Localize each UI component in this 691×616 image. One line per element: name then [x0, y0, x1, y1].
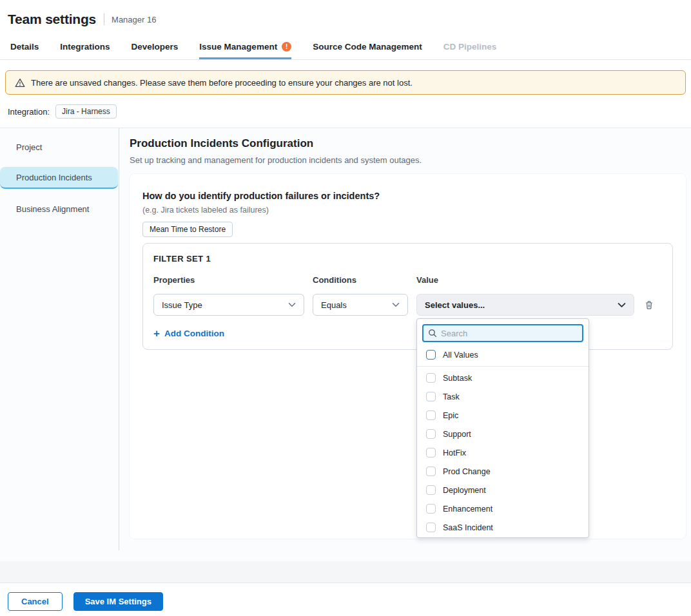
dropdown-option[interactable]: Task	[422, 387, 583, 406]
value-cell: Select values...	[416, 294, 634, 316]
option-label: Prod Change	[443, 467, 491, 476]
trash-icon	[644, 300, 654, 311]
alert-badge-icon: !	[282, 42, 291, 52]
incidents-config-card: How do you identify production failures …	[130, 174, 686, 539]
banner-text: There are unsaved changes. Please save t…	[31, 78, 413, 88]
section-title: Production Incidents Configuration	[130, 137, 686, 150]
team-name-label: Manager 16	[112, 15, 156, 24]
filter-column-headers: Properties Conditions Value	[153, 275, 662, 285]
sidebar-item-production-incidents[interactable]: Production Incidents	[0, 167, 118, 189]
column-label-conditions: Conditions	[313, 275, 408, 285]
column-label-value: Value	[416, 275, 634, 285]
value-select-placeholder: Select values...	[425, 300, 485, 310]
tab-source-code-management-label: Source Code Management	[313, 42, 422, 52]
integration-chip[interactable]: Jira - Harness	[55, 104, 117, 119]
option-all-values[interactable]: All Values	[422, 345, 583, 365]
team-settings-page: Team settings Manager 16 Details Integra…	[0, 0, 691, 616]
tab-issue-management[interactable]: Issue Management !	[199, 36, 291, 59]
chevron-down-icon	[392, 302, 400, 307]
dropdown-option[interactable]: HotFix	[422, 443, 583, 462]
option-label: HotFix	[443, 448, 466, 457]
add-condition-button[interactable]: + Add Condition	[153, 328, 224, 339]
option-checkbox[interactable]	[426, 392, 436, 401]
option-label: Enhancement	[443, 505, 492, 514]
option-checkbox[interactable]	[426, 448, 436, 457]
filter-row: Issue Type Equals	[153, 294, 662, 316]
tab-bar: Details Integrations Developers Issue Ma…	[0, 36, 691, 60]
chevron-down-icon	[618, 302, 626, 308]
option-checkbox[interactable]	[426, 467, 436, 476]
option-label: SaaS Incident	[443, 523, 493, 532]
page-title: Team settings	[8, 12, 96, 27]
tab-developers-label: Developers	[131, 42, 179, 52]
settings-sidebar: Project Production Incidents Business Al…	[0, 128, 119, 550]
value-dropdown-popup: All Values Subtask	[416, 318, 589, 538]
integration-label: Integration:	[8, 107, 50, 117]
search-icon	[428, 329, 437, 338]
properties-select-value: Issue Type	[162, 300, 202, 310]
option-label: Epic	[443, 411, 458, 420]
dropdown-options-list: Subtask Task	[422, 369, 583, 538]
header-divider	[104, 14, 104, 25]
content-area: Project Production Incidents Business Al…	[0, 128, 691, 561]
option-checkbox[interactable]	[426, 523, 436, 532]
filter-set-title: FILTER SET 1	[153, 254, 662, 264]
option-checkbox[interactable]	[426, 429, 436, 439]
value-multiselect[interactable]: Select values...	[416, 294, 634, 316]
chevron-down-icon	[288, 302, 296, 307]
tab-developers[interactable]: Developers	[131, 36, 179, 59]
section-subtitle: Set up tracking and management for produ…	[130, 155, 686, 165]
dropdown-option[interactable]: Support	[422, 425, 583, 443]
unsaved-changes-banner: There are unsaved changes. Please save t…	[5, 70, 686, 95]
option-checkbox[interactable]	[426, 410, 436, 420]
sidebar-item-business-alignment[interactable]: Business Alignment	[0, 198, 119, 220]
conditions-select[interactable]: Equals	[313, 294, 408, 316]
option-checkbox[interactable]	[426, 373, 436, 383]
option-checkbox[interactable]	[426, 504, 436, 514]
tab-details[interactable]: Details	[10, 36, 39, 59]
footer-strip	[0, 561, 691, 583]
config-question: How do you identify production failures …	[142, 191, 673, 201]
tab-source-code-management[interactable]: Source Code Management	[313, 36, 422, 59]
dropdown-search-input[interactable]	[441, 329, 578, 338]
sidebar-item-production-incidents-label: Production Incidents	[16, 173, 92, 182]
main-panel: Production Incidents Configuration Set u…	[119, 128, 691, 539]
save-im-settings-button[interactable]: Save IM Settings	[73, 592, 163, 611]
config-hint: (e.g. Jira tickets labeled as failures)	[142, 206, 673, 215]
tab-integrations-label: Integrations	[60, 42, 110, 52]
dropdown-search	[422, 324, 583, 342]
warning-triangle-icon	[15, 78, 25, 88]
dropdown-option[interactable]: Deployment	[422, 481, 583, 499]
dropdown-option[interactable]: Prod Change	[422, 462, 583, 481]
all-values-checkbox[interactable]	[426, 350, 436, 360]
option-checkbox[interactable]	[426, 485, 436, 495]
option-label: Support	[443, 430, 471, 439]
option-label: Subtask	[443, 374, 472, 383]
filter-set-1: FILTER SET 1 Properties Conditions Value…	[142, 243, 673, 350]
dropdown-option[interactable]: Customer Notification	[422, 537, 583, 538]
tab-details-label: Details	[10, 42, 39, 52]
dropdown-separator	[417, 366, 589, 367]
dropdown-option[interactable]: SaaS Incident	[422, 518, 583, 537]
dropdown-option[interactable]: Enhancement	[422, 499, 583, 518]
properties-select[interactable]: Issue Type	[153, 294, 304, 316]
cancel-button[interactable]: Cancel	[8, 592, 63, 611]
column-label-properties: Properties	[153, 275, 304, 285]
add-condition-label: Add Condition	[164, 329, 224, 338]
conditions-select-value: Equals	[321, 300, 347, 310]
all-values-label: All Values	[443, 351, 478, 360]
metric-chip[interactable]: Mean Time to Restore	[142, 222, 233, 237]
sidebar-item-project[interactable]: Project	[0, 136, 119, 158]
integration-row: Integration: Jira - Harness	[0, 95, 691, 128]
dropdown-option[interactable]: Epic	[422, 406, 583, 425]
tab-integrations[interactable]: Integrations	[60, 36, 110, 59]
tab-cd-pipelines: CD Pipelines	[443, 36, 497, 59]
sidebar-item-project-label: Project	[16, 142, 42, 152]
option-label: Task	[443, 392, 460, 401]
option-label: Deployment	[443, 486, 486, 495]
tab-cd-pipelines-label: CD Pipelines	[443, 42, 497, 52]
tab-issue-management-label: Issue Management	[199, 42, 277, 52]
sidebar-item-business-alignment-label: Business Alignment	[16, 204, 89, 214]
dropdown-option[interactable]: Subtask	[422, 369, 583, 387]
delete-filter-button[interactable]	[643, 298, 662, 312]
